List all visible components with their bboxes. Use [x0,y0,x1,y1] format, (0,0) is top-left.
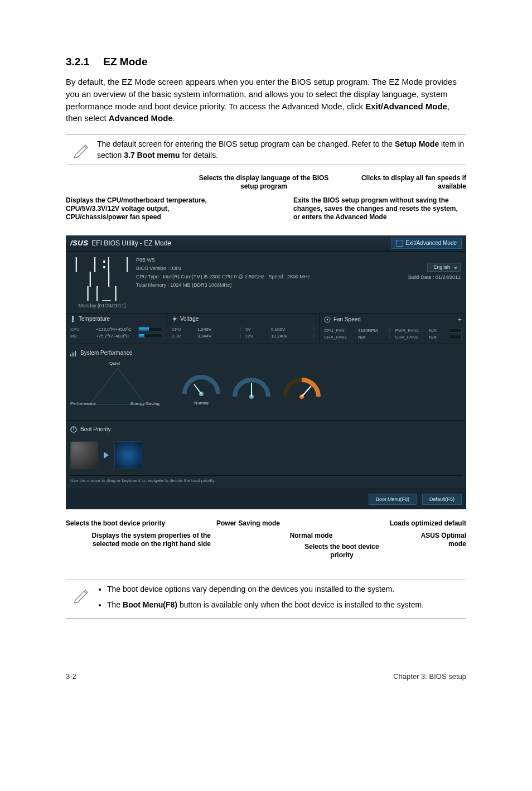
t: CPU [70,327,93,332]
board-info: P8B WS BIOS Version : 0301 CPU Type : In… [133,256,383,308]
lang-col: English Build Date : 01/24/2011 [383,256,461,308]
perf-energy: Energy Saving [130,401,159,406]
t: 5.160V [271,327,310,332]
chapter-label: Chapter 3: BIOS setup [393,672,466,681]
svg-line-9 [194,384,201,394]
t: MB [70,334,93,339]
t: 5V [245,327,268,332]
asus-logo: /SUS [70,239,88,247]
callout-optimized: Loads optimized default [366,519,466,528]
perf-triangle[interactable]: Quiet Performance Energy Saving [70,361,171,411]
svg-rect-6 [75,351,76,356]
callout-power-saving: Power Saving mode [206,519,290,528]
language-select[interactable]: English [427,263,461,272]
chart-icon [70,350,77,356]
t: PWR_FAN1 [395,328,425,333]
callout-fan-speeds: Clicks to display all fan speeds if avai… [355,174,466,191]
svg-marker-7 [90,368,146,404]
default-button[interactable]: Default(F5) [422,494,462,505]
boot-hint: Use the mouse to drag or keyboard to nav… [70,475,462,485]
callout-asus-optimal: ASUS Optimal mode [405,532,466,548]
svg-rect-5 [72,353,74,356]
page-number: 3-2 [66,672,76,681]
expand-fan-icon[interactable]: + [458,316,462,324]
bios-info-row: | |:| | | | ||_| Monday [01/24/2011] P8B… [66,252,466,313]
bottom-button-row: Boot Menu(F8) Default(F5) [66,489,466,509]
exit-icon [396,240,403,247]
t: for details. [180,151,218,160]
panel-temp-label: Temperature [79,316,110,322]
t: button is available only when the boot d… [177,600,424,609]
boot-menu-label: Boot Menu(F8) [376,496,409,502]
t: +75.2ºF/+40.0ºC [96,334,135,339]
cpu-speed: Speed : 2800 MHz [269,274,311,279]
gauge-label-normal: Normal [182,401,221,406]
svg-rect-4 [70,354,71,356]
panel-volt-label: Voltage [180,316,199,322]
t: +113.0ºF/+45.0ºC [96,327,135,332]
t: CHA_FAN1 [324,335,355,340]
panel-fan-label: Fan Speed [333,316,361,322]
pencil-icon [66,583,97,604]
t: 3.7 Boot memu [124,151,180,160]
board-name: P8B WS [136,256,383,264]
boot-priority-section: Boot Priority Use the mouse to drag or k… [66,420,466,489]
bios-header: /SUS EFI BIOS Utility - EZ Mode Exit/Adv… [66,235,466,252]
section-number: 3.2.1 [66,56,100,68]
perf-quiet: Quiet [109,361,120,366]
t: 12V [245,334,268,339]
total-memory: Total Memory : 1024 MB (DDR3 1066MHz) [136,281,383,290]
system-performance-section: System Performance Quiet Performance Ene… [66,344,466,420]
t: N/A [429,335,446,340]
note-2-item-1: The boot device options vary depending o… [107,583,466,595]
callout-temp-voltage: Displays the CPU/motherboard temperature… [66,196,222,221]
fan-icon [324,316,331,323]
svg-rect-0 [72,316,74,320]
exit-advanced-button[interactable]: Exit/Advanced Mode [391,238,462,249]
boot-device-shield[interactable] [114,441,142,469]
intro-paragraph: By default, the EZ Mode screen appears w… [66,76,466,124]
t: CPU [172,327,194,332]
callout-select-boot: Selects the boot device priority [300,543,384,560]
date-text: Monday [01/24/2011] [71,303,133,308]
note-2-item-2: The Boot Menu(F8) button is available on… [107,599,466,610]
callout-properties: Displays the system properties of the se… [71,532,211,548]
boot-menu-button[interactable]: Boot Menu(F8) [369,494,417,505]
gauge-2[interactable] [232,369,271,403]
t: Boot Menu(F8) [123,600,177,609]
boot-device-disk[interactable] [70,441,98,469]
play-icon [104,452,109,459]
callout-lang: Selects the display language of the BIOS… [194,174,333,191]
bold-adv-mode: Advanced Mode [109,113,173,123]
note-box-2: The boot device options vary depending o… [66,580,466,619]
gauge-3[interactable] [282,369,321,403]
exit-adv-label: Exit/Advanced Mode [405,240,457,246]
metrics-row: Temperature CPU+113.0ºF/+45.0ºC MB+75.2º… [66,313,466,344]
perf-performance: Performance [70,401,96,406]
section-heading: 3.2.1 EZ Mode [66,56,466,68]
svg-line-13 [302,386,311,397]
bios-screenshot: /SUS EFI BIOS Utility - EZ Mode Exit/Adv… [66,235,466,509]
bios-title: EFI BIOS Utility - EZ Mode [91,239,171,247]
clock-box: | |:| | | | ||_| Monday [01/24/2011] [71,256,133,308]
cpu-type: CPU Type : Intel(R) Core(TM) i5-2300 CPU… [136,274,264,279]
t: 3325RPM [358,328,386,333]
bios-version: BIOS Version : 0301 [136,264,383,273]
boot-title: Boot Priority [80,426,110,432]
section-title: EZ Mode [103,56,147,67]
t: CPU_FAN [324,328,355,333]
panel-temperature: Temperature CPU+113.0ºF/+45.0ºC MB+75.2º… [66,313,167,344]
callout-boot-priority: Selects the boot device priority [66,519,194,528]
note-2-text: The boot device options vary depending o… [97,583,466,615]
callouts-bottom: Selects the boot device priority Power S… [66,519,466,571]
bolt-icon [172,316,177,322]
t: 3.344V [197,334,236,339]
t: The [107,600,123,609]
default-label: Default(F5) [429,496,454,502]
bold-exit-adv: Exit/Advanced Mode [365,102,447,111]
gauge-normal[interactable]: Normal [182,366,221,406]
t: The default screen for entering the BIOS… [97,139,395,148]
note-box-1: The default screen for entering the BIOS… [66,134,466,165]
perf-title: System Performance [80,350,132,356]
clock: | |:| | | | ||_| [71,256,133,300]
